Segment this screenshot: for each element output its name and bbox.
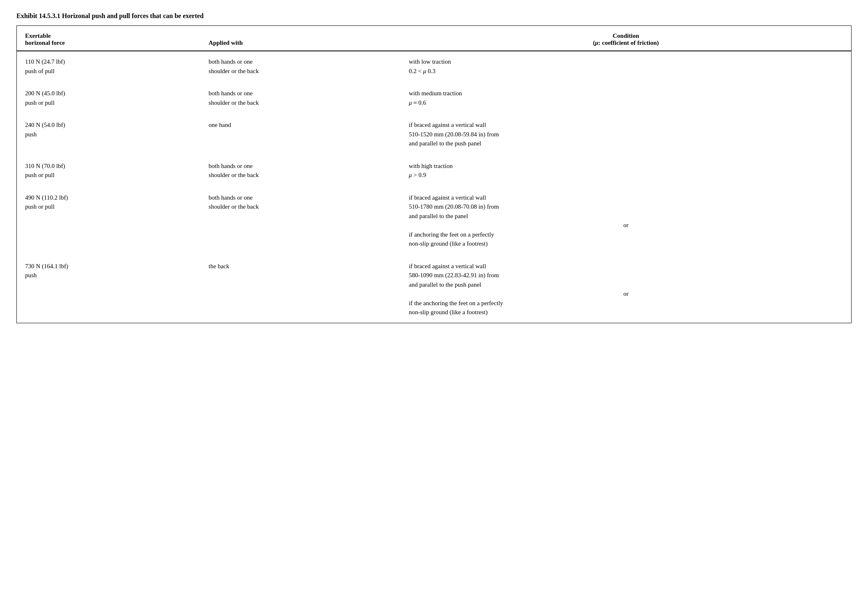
table-body: 110 N (24.7 lbf)push of pullboth hands o… <box>17 51 851 323</box>
condition-cell: with high tractionμ > 0.9 <box>401 156 851 186</box>
force-cell: 310 N (70.0 lbf)push or pull <box>17 156 201 186</box>
table-wrapper: Exertablehorizonal force Applied with Co… <box>16 25 852 323</box>
table-row: 490 N (110.2 lbf)push or pullboth hands … <box>17 187 851 254</box>
force-cell: 490 N (110.2 lbf)push or pull <box>17 187 201 254</box>
header-applied: Applied with <box>201 26 401 51</box>
data-table: Exertablehorizonal force Applied with Co… <box>17 26 851 323</box>
force-cell: 730 N (164.1 lbf)push <box>17 256 201 323</box>
applied-cell: both hands or oneshoulder or the back <box>201 51 401 81</box>
applied-cell: one hand <box>201 115 401 154</box>
table-row: 240 N (54.0 lbf)pushone handif braced ag… <box>17 115 851 154</box>
condition-cell: if braced against a vertical wall510-152… <box>401 115 851 154</box>
header-condition: Condition(μ: coefficient of friction) <box>401 26 851 51</box>
table-row: 730 N (164.1 lbf)pushthe backif braced a… <box>17 256 851 323</box>
force-cell: 240 N (54.0 lbf)push <box>17 115 201 154</box>
header-force: Exertablehorizonal force <box>17 26 201 51</box>
force-cell: 200 N (45.0 lbf)push or pull <box>17 83 201 113</box>
condition-cell: with low traction0.2 < μ 0.3 <box>401 51 851 81</box>
applied-cell: both hands or oneshoulder or the back <box>201 156 401 186</box>
exhibit-title: Exhibit 14.5.3.1 Horizonal push and pull… <box>16 12 852 20</box>
table-header-row: Exertablehorizonal force Applied with Co… <box>17 26 851 51</box>
condition-cell: if braced against a vertical wall580-109… <box>401 256 851 323</box>
table-row: 110 N (24.7 lbf)push of pullboth hands o… <box>17 51 851 81</box>
applied-cell: both hands or oneshoulder or the back <box>201 187 401 254</box>
table-row: 310 N (70.0 lbf)push or pullboth hands o… <box>17 156 851 186</box>
table-row: 200 N (45.0 lbf)push or pullboth hands o… <box>17 83 851 113</box>
applied-cell: both hands or oneshoulder or the back <box>201 83 401 113</box>
condition-cell: if braced against a vertical wall510-178… <box>401 187 851 254</box>
applied-cell: the back <box>201 256 401 323</box>
force-cell: 110 N (24.7 lbf)push of pull <box>17 51 201 81</box>
condition-cell: with medium tractionμ ≈ 0.6 <box>401 83 851 113</box>
